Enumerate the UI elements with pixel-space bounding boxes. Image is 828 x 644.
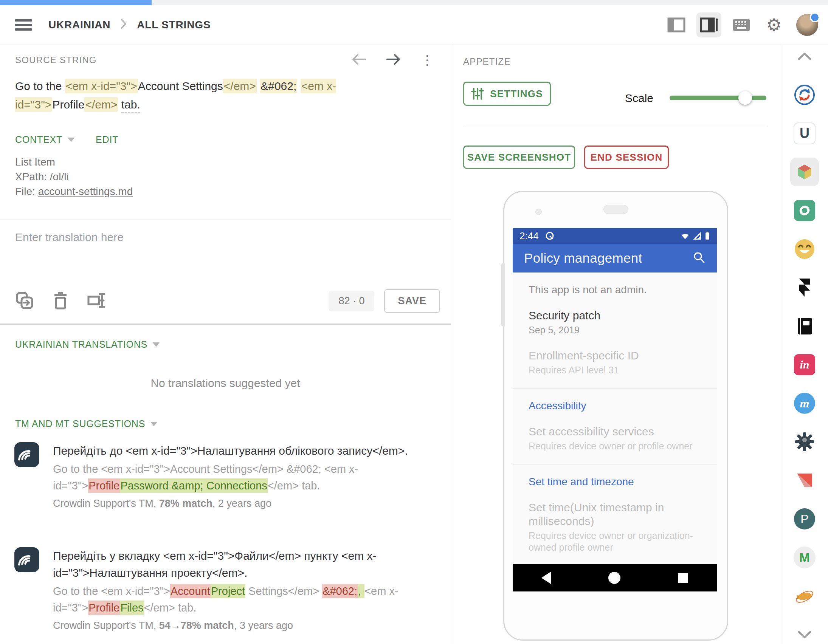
phone-admin-notice: This app is not an admin. [528,284,717,296]
cog-dark-icon[interactable] [790,433,819,451]
suggestion-meta: Crowdin Support's TM, 78% match, 2 years… [53,498,430,509]
chevron-down-icon [153,342,160,347]
search-icon[interactable] [693,251,706,265]
no-translations-message: No translations suggested yet [0,377,451,390]
collapse-down-icon[interactable] [790,625,819,644]
framer-icon[interactable] [790,279,819,297]
chevron-down-icon [151,422,157,426]
chevron-down-icon [68,138,74,142]
text-segment: </em> tab. [144,602,197,614]
suggestion-meta: Crowdin Support's TM, 54→78% match, 3 ye… [53,620,430,631]
phone-list-item[interactable]: Set accessibility servicesRequires devic… [528,425,717,452]
text-segment: Profile [52,98,84,111]
text-segment: tab. [121,98,140,113]
context-file-line: File: account-settings.md [15,184,133,199]
integrations-rail: U in m P [781,45,828,644]
clear-translation-icon[interactable] [52,291,69,312]
more-options-icon[interactable]: ⋮ [420,53,434,67]
text-segment: </em> [84,97,118,112]
next-string-button[interactable] [386,53,401,67]
save-screenshot-button[interactable]: SAVE SCREENSHOT [463,146,575,169]
phone-item-title: Enrollment-specific ID [528,349,710,362]
marvel-icon[interactable]: m [790,394,819,412]
phone-item-title: Security patch [528,309,710,322]
text-segment: Account Settings [138,80,223,92]
phone-list-divider [513,388,717,389]
chevron-right-icon [120,18,127,32]
text-segment: <em x-id="3"> [65,78,138,93]
notebook-icon[interactable] [790,317,819,335]
translation-toolbar: 82 · 0 SAVE [15,289,440,313]
context-toggle[interactable]: CONTEXT [15,134,74,145]
suggestions-section-toggle[interactable]: TM AND MT SUGGESTIONS [15,418,157,429]
text-segment: Profile [88,478,120,493]
phone-list-item[interactable]: Set time(Unix timestamp in milliseconds)… [528,501,717,553]
context-line: List Item [15,155,133,169]
phone-screen[interactable]: 2:44 Policy management [513,228,717,591]
save-button[interactable]: SAVE [384,289,440,313]
collapse-up-icon[interactable] [790,47,819,65]
scale-slider-thumb[interactable] [739,91,752,105]
context-file-link[interactable]: account-settings.md [38,186,133,197]
text-segment: Project [210,584,245,598]
text-segment [118,98,121,111]
smiley-icon[interactable] [790,240,819,258]
hamburger-menu-icon[interactable] [15,19,32,31]
suggestion-target-text: Перейдіть у вкладку <em x-id="3">Файли</… [53,547,430,581]
text-segment: Crowdin Support's TM, [53,620,159,631]
tm-suggestion[interactable]: Перейдіть у вкладку <em x-id="3">Файли</… [14,547,430,631]
phone-list-item[interactable]: Security patchSep 5, 2019 [528,309,717,336]
appetize-settings-button[interactable]: SETTINGS [463,81,551,106]
phone-content: This app is not an admin. Security patch… [513,273,717,564]
context-edit-button[interactable]: EDIT [96,134,118,145]
suggestion-source-diff: Go to the <em x-id="3">AccountProject Se… [53,583,430,616]
translations-section-toggle[interactable]: UKRAINIAN TRANSLATIONS [15,339,160,350]
wifi-icon [681,232,690,240]
previous-string-button[interactable] [351,53,367,67]
end-session-button[interactable]: END SESSION [584,146,669,169]
gear-icon[interactable]: ⚙ [761,13,786,38]
phone-app-title: Policy management [524,251,642,266]
device-preview: 2:44 Policy management [503,191,728,641]
phone-item-title: Set accessibility services [528,425,710,439]
text-segment: &#062; [260,78,297,93]
layout-left-panel-icon[interactable] [664,13,689,38]
appetize-cube-icon[interactable] [790,158,819,186]
phone-volume-button [501,263,505,326]
text-segment: Go to the [15,80,65,92]
keyboard-icon[interactable] [729,13,754,38]
text-segment: Settings</em> [245,585,322,597]
translation-input[interactable]: Enter translation here [15,231,436,288]
tune-icon [471,87,484,100]
top-progress-fill [0,0,152,5]
proto-icon[interactable]: P [790,510,819,528]
unbabel-icon[interactable]: U [790,124,819,143]
phone-list-item[interactable]: Enrollment-specific IDRequires API level… [528,349,717,376]
breadcrumb-language[interactable]: UKRAINIAN [49,19,110,31]
crowdin-tm-icon [14,442,39,467]
scale-slider[interactable] [670,96,766,100]
layout-right-panel-icon[interactable] [696,13,721,38]
divider [463,125,767,125]
refresh-tile-icon[interactable] [790,201,819,219]
nav-back-icon[interactable] [541,572,551,584]
medium-icon[interactable]: M [790,548,819,567]
copy-source-icon[interactable] [15,291,34,312]
text-segment: , 2 years ago [212,498,271,509]
tm-suggestion[interactable]: Перейдіть до <em x-id="3">Налаштування о… [14,442,430,509]
phone-list-divider [513,464,717,464]
zeplin-red-icon[interactable] [790,471,819,489]
breadcrumb-section[interactable]: ALL STRINGS [137,19,210,31]
invision-icon[interactable]: in [790,356,819,374]
avatar[interactable] [796,14,818,36]
insert-tag-icon[interactable] [87,291,107,312]
phone-speaker [604,205,628,214]
sync-icon[interactable] [790,86,819,104]
nav-recents-icon[interactable] [678,573,688,583]
context-xpath: XPath: /ol/li [15,169,133,184]
nav-home-icon[interactable] [608,572,621,584]
phone-item-subtitle: Requires API level 31 [528,364,703,376]
zeppelin-icon[interactable] [790,587,819,605]
phone-section-header: Set time and timezone [528,476,717,488]
text-segment: , [358,584,364,598]
